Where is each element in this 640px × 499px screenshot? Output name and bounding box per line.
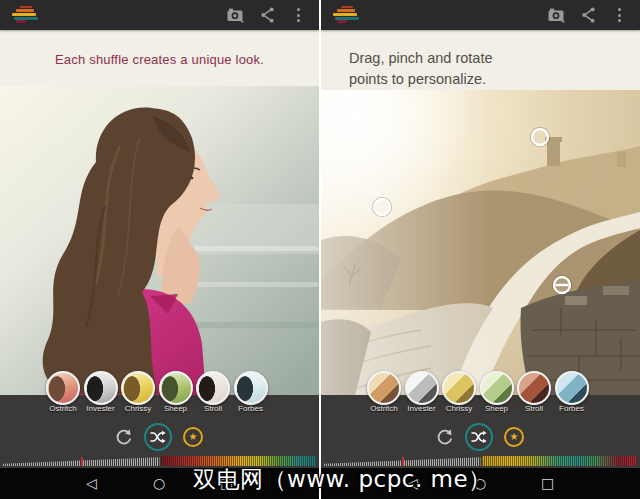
filter-thumb-chrissy[interactable] (442, 371, 476, 405)
nav-home-icon[interactable]: ○ (474, 475, 486, 491)
filter-thumb-chrissy[interactable] (121, 371, 155, 405)
share-icon[interactable] (256, 6, 278, 24)
filter-palette-strip (3, 456, 316, 466)
share-icon[interactable] (577, 6, 599, 24)
palette-tick (81, 457, 83, 466)
filter-thumb-ostritch[interactable] (46, 371, 80, 405)
app-logo-icon (12, 6, 38, 25)
nav-recents-icon[interactable]: □ (541, 475, 554, 491)
camera-icon[interactable] (546, 6, 568, 24)
filter-thumb-sheep[interactable] (159, 371, 193, 405)
filter-palette-strip (324, 456, 637, 466)
camera-icon[interactable] (225, 6, 247, 24)
panel-shuffle-demo: Each shuffle creates a unique look. (0, 0, 319, 499)
nav-back-icon[interactable]: ◁ (407, 475, 418, 491)
overflow-menu-icon[interactable] (608, 6, 630, 24)
panel-heading: Drag, pinch and rotate points to persona… (349, 48, 492, 90)
heading-line-1: Drag, pinch and rotate (349, 48, 492, 69)
android-nav-bar: ◁ ○ □ (321, 468, 640, 499)
shuffle-button[interactable] (465, 423, 493, 451)
nav-home-icon[interactable]: ○ (153, 475, 165, 491)
panel-points-demo: Drag, pinch and rotate points to persona… (321, 0, 640, 499)
filter-thumb-forbes[interactable] (555, 371, 589, 405)
palette-colors (161, 456, 316, 466)
heading-line-2: points to personalize. (349, 69, 492, 90)
palette-colors (482, 456, 637, 466)
dual-screenshot: Each shuffle creates a unique look. (0, 0, 640, 499)
nav-back-icon[interactable]: ◁ (86, 475, 97, 491)
undo-button[interactable] (112, 426, 134, 448)
undo-button[interactable] (433, 426, 455, 448)
star-icon: ★ (189, 432, 198, 442)
filter-label: Forbes (549, 404, 595, 413)
filter-thumb-stroll[interactable] (196, 371, 230, 405)
filter-thumb-sheep[interactable] (480, 371, 514, 405)
filter-label: Forbes (228, 404, 274, 413)
filter-thumb-invester[interactable] (405, 371, 439, 405)
app-logo-icon (333, 6, 359, 25)
palette-tick (402, 457, 404, 466)
portrait-photo[interactable] (0, 86, 319, 395)
nav-recents-icon[interactable]: □ (220, 475, 233, 491)
filter-thumb-stroll[interactable] (517, 371, 551, 405)
overflow-menu-icon[interactable] (287, 6, 309, 24)
filter-thumb-invester[interactable] (84, 371, 118, 405)
favorite-button[interactable]: ★ (504, 427, 524, 447)
android-nav-bar: ◁ ○ □ (0, 468, 319, 499)
shuffle-button[interactable] (144, 423, 172, 451)
great-wall-photo[interactable] (321, 90, 640, 395)
filter-thumb-ostritch[interactable] (367, 371, 401, 405)
star-icon: ★ (510, 432, 519, 442)
filter-thumb-forbes[interactable] (234, 371, 268, 405)
top-bar (0, 0, 319, 30)
favorite-button[interactable]: ★ (183, 427, 203, 447)
panel-heading: Each shuffle creates a unique look. (0, 52, 319, 67)
top-bar (321, 0, 640, 30)
